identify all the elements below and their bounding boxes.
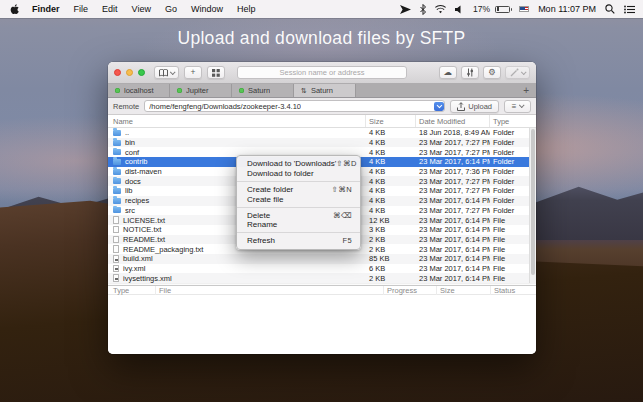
file-date-modified: 23 Mar 2017, 7:36 PM: [416, 167, 490, 177]
file-size: 2 KB: [366, 244, 416, 254]
file-date-modified: 23 Mar 2017, 6:14 PM: [416, 244, 490, 254]
menubar-status-area: 17% Mon 11:07 PM: [400, 4, 635, 15]
folder-icon: [113, 207, 121, 213]
menu-item-create-folder[interactable]: Create folder⇧⌘N: [237, 185, 360, 195]
file-size: 2 KB: [366, 273, 416, 283]
close-button[interactable]: [114, 69, 121, 76]
menubar-item-view[interactable]: View: [125, 4, 158, 14]
transfers-column-status: Status: [491, 286, 536, 295]
connected-status-dot: [115, 88, 120, 93]
tab-label: Saturn: [311, 86, 333, 95]
menu-item-download-to-downloads-[interactable]: Download to 'Downloads'⇧⌘D: [237, 159, 360, 169]
traffic-lights: [114, 69, 145, 76]
new-session-button[interactable]: +: [184, 66, 202, 79]
menubar-item-go[interactable]: Go: [158, 4, 184, 14]
send-arrow-icon[interactable]: [400, 5, 411, 14]
search-input[interactable]: [237, 66, 407, 79]
file-icon: [113, 226, 119, 234]
file-name: lib: [125, 186, 133, 195]
chevron-down-icon: [521, 69, 527, 75]
notification-center-icon[interactable]: [624, 5, 635, 14]
file-row-ivysettings-xml[interactable]: ivysettings.xml2 KB23 Mar 2017, 6:14 PMF…: [108, 273, 536, 283]
remote-path-value: /home/fengfeng/Downloads/zookeeper-3.4.1…: [149, 102, 301, 111]
menu-item-create-file[interactable]: Create file: [237, 194, 360, 204]
file-row-ivy-xml[interactable]: ivy.xml6 KB23 Mar 2017, 6:14 PMFile: [108, 264, 536, 274]
settings-button[interactable]: ⚙: [483, 66, 501, 79]
file-date-modified: 23 Mar 2017, 6:14 PM: [416, 157, 490, 167]
menu-item-label: Create file: [247, 195, 283, 204]
new-tab-button[interactable]: +: [516, 84, 536, 97]
grid-view-button[interactable]: [207, 66, 225, 79]
address-book-button[interactable]: [154, 66, 179, 79]
session-tab-localhost[interactable]: localhost: [108, 84, 170, 97]
tab-label: Saturn: [248, 86, 270, 95]
file-size: 4 KB: [366, 157, 416, 167]
menu-item-download-to-folder[interactable]: Download to folder: [237, 169, 360, 179]
menu-item-refresh[interactable]: RefreshF5: [237, 236, 360, 246]
transfers-empty-area: [108, 295, 536, 354]
scrollbar-track[interactable]: [529, 128, 536, 283]
input-source-flag-icon[interactable]: [519, 6, 529, 13]
file-row-bin[interactable]: bin4 KB23 Mar 2017, 7:27 PMFolder: [108, 138, 536, 148]
file-date-modified: 23 Mar 2017, 7:27 PM: [416, 138, 490, 148]
menubar-item-help[interactable]: Help: [230, 4, 263, 14]
file-row--[interactable]: ..4 KB18 Jun 2018, 8:49 AMFolder: [108, 128, 536, 138]
apple-menu[interactable]: [10, 4, 19, 15]
file-size: 4 KB: [366, 128, 416, 138]
column-header-name[interactable]: Name: [108, 115, 366, 127]
battery-icon[interactable]: [495, 6, 510, 13]
file-name: bin: [125, 138, 135, 147]
cloud-sync-button[interactable]: ☁: [439, 66, 458, 79]
remote-path-combo[interactable]: /home/fengfeng/Downloads/zookeeper-3.4.1…: [144, 100, 445, 112]
minimize-button[interactable]: [126, 69, 133, 76]
zoom-button[interactable]: [138, 69, 145, 76]
file-name: ..: [125, 128, 129, 137]
menu-item-rename[interactable]: Rename: [237, 220, 360, 230]
column-header-type[interactable]: Type: [490, 115, 536, 127]
session-tab-jupiter[interactable]: Jupiter: [170, 84, 232, 97]
file-row-build-xml[interactable]: build.xml85 KB23 Mar 2017, 6:14 PMFile: [108, 254, 536, 264]
tools-button[interactable]: [505, 66, 530, 79]
session-tab-saturn[interactable]: ⇅Saturn: [294, 84, 356, 97]
transfers-column-type: Type: [108, 286, 156, 295]
menubar-clock[interactable]: Mon 11:07 PM: [538, 4, 596, 14]
file-name: contrib: [125, 157, 148, 166]
volume-icon[interactable]: [455, 5, 464, 14]
column-header-date-modified[interactable]: Date Modified: [416, 115, 490, 127]
file-name: recipes: [125, 196, 149, 205]
menubar-item-window[interactable]: Window: [184, 4, 230, 14]
menu-item-shortcut: ⇧⌘D: [336, 159, 356, 168]
file-date-modified: 23 Mar 2017, 6:14 PM: [416, 254, 490, 264]
menubar-item-finder[interactable]: Finder: [25, 4, 67, 14]
file-name: README_packaging.txt: [123, 245, 203, 254]
file-size: 4 KB: [366, 196, 416, 206]
file-icon: [113, 216, 119, 224]
files-header: NameSizeDate ModifiedType: [108, 115, 536, 128]
spotlight-search-icon[interactable]: [605, 4, 615, 14]
battery-fill: [497, 7, 500, 11]
file-date-modified: 23 Mar 2017, 7:27 PM: [416, 186, 490, 196]
file-date-modified: 23 Mar 2017, 6:14 PM: [416, 264, 490, 274]
menu-item-label: Download to 'Downloads': [247, 159, 336, 168]
menu-item-label: Download to folder: [247, 169, 314, 178]
menubar-item-edit[interactable]: Edit: [95, 4, 125, 14]
menu-item-delete[interactable]: Delete⌘⌫: [237, 210, 360, 220]
path-dropdown-button[interactable]: [434, 102, 444, 111]
column-header-size[interactable]: Size: [366, 115, 416, 127]
menu-separator: [237, 232, 360, 233]
file-date-modified: 18 Jun 2018, 8:49 AM: [416, 128, 490, 138]
file-name: docs: [125, 177, 141, 186]
bluetooth-icon[interactable]: [420, 4, 426, 15]
upload-button[interactable]: Upload: [450, 100, 499, 113]
window-titlebar[interactable]: + ☁ ⚙: [108, 62, 536, 84]
menubar-item-file[interactable]: File: [67, 4, 96, 14]
file-name: NOTICE.txt: [123, 225, 161, 234]
scrollbar-thumb[interactable]: [531, 129, 536, 275]
file-name: ivy.xml: [123, 264, 145, 273]
session-tab-saturn[interactable]: Saturn: [232, 84, 294, 97]
wifi-icon[interactable]: [435, 5, 446, 14]
list-options-button[interactable]: ≡: [504, 100, 531, 113]
file-date-modified: 23 Mar 2017, 7:27 PM: [416, 206, 490, 216]
chevron-down-icon: [437, 103, 442, 108]
transfers-button[interactable]: [461, 66, 479, 79]
